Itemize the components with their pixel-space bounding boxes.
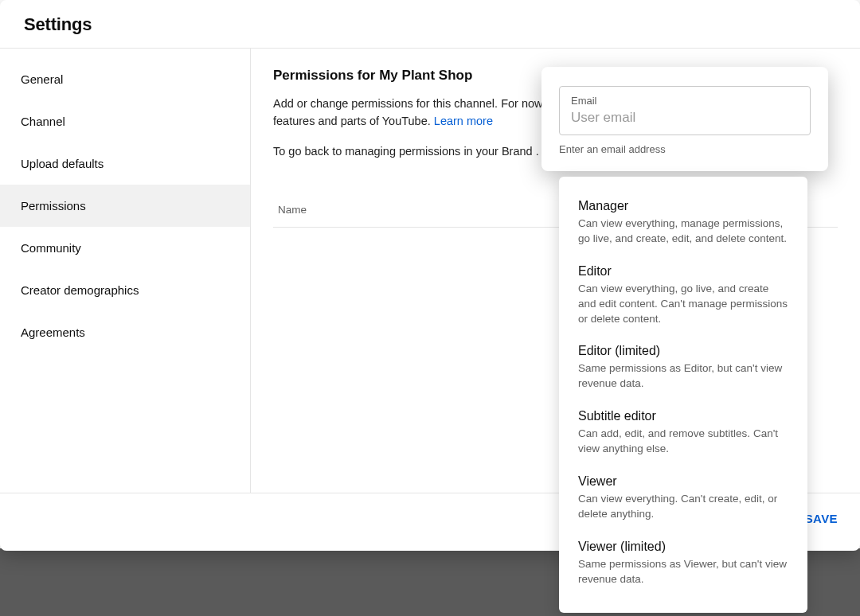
- role-desc: Can view everything. Can't create, edit,…: [578, 492, 788, 522]
- sidebar-item-permissions[interactable]: Permissions: [0, 185, 250, 227]
- learn-more-link[interactable]: Learn more: [434, 115, 493, 127]
- role-dropdown: Manager Can view everything, manage perm…: [559, 177, 807, 613]
- invite-user-panel: Email Enter an email address: [541, 67, 828, 171]
- role-option-manager[interactable]: Manager Can view everything, manage perm…: [559, 191, 807, 256]
- role-option-editor-limited[interactable]: Editor (limited) Same permissions as Edi…: [559, 336, 807, 401]
- role-option-subtitle-editor[interactable]: Subtitle editor Can add, edit, and remov…: [559, 401, 807, 466]
- page-title: Settings: [24, 14, 836, 35]
- role-title: Viewer: [578, 474, 788, 489]
- role-title: Manager: [578, 199, 788, 213]
- sidebar-item-general[interactable]: General: [0, 58, 250, 100]
- role-desc: Can add, edit, and remove subtitles. Can…: [578, 427, 788, 457]
- save-button[interactable]: SAVE: [805, 512, 838, 525]
- role-desc: Same permissions as Viewer, but can't vi…: [578, 557, 788, 587]
- role-option-editor[interactable]: Editor Can view everything, go live, and…: [559, 256, 807, 337]
- email-field-container[interactable]: Email: [559, 86, 811, 135]
- role-option-viewer-limited[interactable]: Viewer (limited) Same permissions as Vie…: [559, 532, 807, 597]
- role-title: Viewer (limited): [578, 540, 788, 554]
- email-field-label: Email: [571, 95, 799, 107]
- column-header-name: Name: [278, 204, 307, 216]
- role-title: Editor: [578, 264, 788, 279]
- sidebar-item-upload-defaults[interactable]: Upload defaults: [0, 142, 250, 185]
- sidebar-item-agreements[interactable]: Agreements: [0, 311, 250, 353]
- sidebar-item-community[interactable]: Community: [0, 227, 250, 269]
- role-title: Editor (limited): [578, 344, 788, 358]
- dialog-header: Settings: [0, 0, 860, 48]
- role-title: Subtitle editor: [578, 409, 788, 423]
- role-desc: Same permissions as Editor, but can't vi…: [578, 361, 788, 392]
- settings-sidebar: General Channel Upload defaults Permissi…: [0, 49, 251, 493]
- role-desc: Can view everything, manage permissions,…: [578, 216, 788, 247]
- role-desc: Can view everything, go live, and create…: [578, 282, 788, 327]
- role-option-viewer[interactable]: Viewer Can view everything. Can't create…: [559, 466, 807, 532]
- email-helper-text: Enter an email address: [559, 143, 811, 155]
- desc-text-2: features and parts of YouTube.: [273, 115, 434, 127]
- email-input[interactable]: [571, 110, 799, 126]
- sidebar-item-creator-demographics[interactable]: Creator demographics: [0, 269, 250, 311]
- desc-text-1: Add or change permissions for this chann…: [273, 97, 543, 110]
- sidebar-item-channel[interactable]: Channel: [0, 100, 250, 142]
